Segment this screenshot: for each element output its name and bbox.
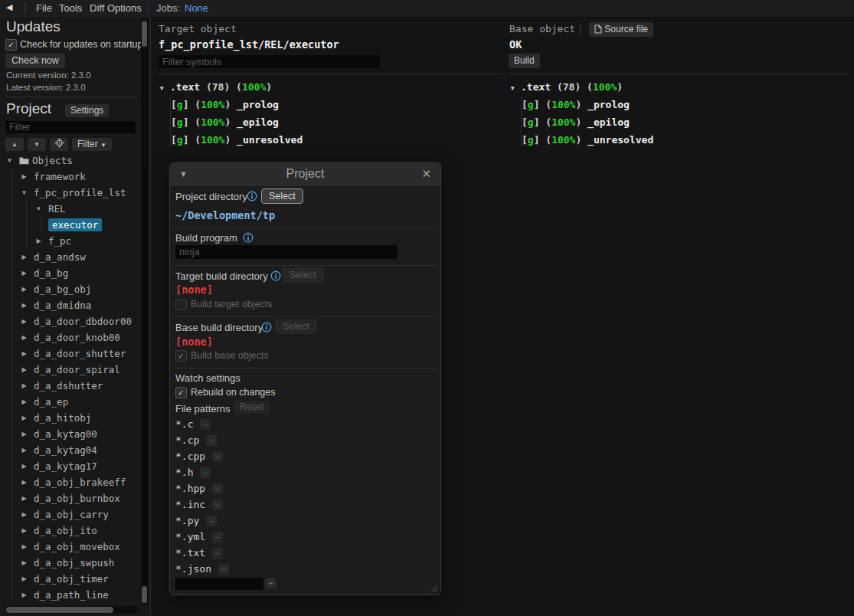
target-build-directory-select-button[interactable]: Select — [282, 267, 324, 283]
chevron-right-icon[interactable]: ▶ — [19, 479, 29, 486]
reset-patterns-button[interactable]: Reset — [234, 401, 269, 414]
remove-pattern-button[interactable]: - — [200, 419, 211, 430]
chevron-right-icon[interactable]: ▶ — [19, 431, 29, 437]
tree-item-d_a_obj_timer[interactable]: ▶d_a_obj_timer — [0, 571, 140, 587]
symbol-row[interactable]: [g] (100%) _unresolved — [509, 131, 846, 149]
chevron-right-icon[interactable]: ▶ — [19, 270, 29, 277]
build-program-input[interactable] — [175, 245, 398, 259]
tree-item-executor[interactable]: executor — [0, 217, 140, 233]
chevron-right-icon[interactable]: ▶ — [19, 527, 29, 534]
tree-item-framework[interactable]: ▶framework — [0, 169, 140, 185]
vertical-scrollbar-thumb[interactable] — [142, 21, 147, 47]
resize-grip[interactable] — [427, 582, 438, 595]
tree-item-d_a_path_line[interactable]: ▶d_a_path_line — [0, 587, 140, 603]
chevron-right-icon[interactable]: ▶ — [19, 543, 29, 550]
tree-item-f_pc_profile_lst[interactable]: ▼f_pc_profile_lst — [0, 185, 140, 201]
symbol-row[interactable]: [g] (100%) _prolog — [509, 96, 846, 113]
tree-item-d_a_obj_movebox[interactable]: ▶d_a_obj_movebox — [0, 539, 140, 555]
chevron-right-icon[interactable]: ▶ — [19, 366, 29, 373]
tree-item-d_a_hitobj[interactable]: ▶d_a_hitobj — [0, 410, 140, 426]
chevron-right-icon[interactable]: ▶ — [19, 447, 29, 454]
chevron-right-icon[interactable]: ▶ — [19, 382, 29, 389]
tree-item-d_a_door_dbdoor00[interactable]: ▶d_a_door_dbdoor00 — [0, 313, 140, 329]
tree-item-d_a_andsw[interactable]: ▶d_a_andsw — [0, 249, 140, 265]
tree-item-d_a_obj_burnbox[interactable]: ▶d_a_obj_burnbox — [0, 490, 140, 506]
tree-item-d_a_dshutter[interactable]: ▶d_a_dshutter — [0, 378, 140, 394]
build-base-objects-checkbox[interactable]: ✓ — [175, 350, 187, 362]
chevron-right-icon[interactable]: ▶ — [19, 511, 29, 518]
back-button[interactable]: ◀ — [6, 2, 12, 12]
tree-item-d_a_door_knob00[interactable]: ▶d_a_door_knob00 — [0, 329, 140, 346]
tree-item-d_a_kytag00[interactable]: ▶d_a_kytag00 — [0, 426, 140, 442]
tree-item-d_a_door_spiral[interactable]: ▶d_a_door_spiral — [0, 362, 140, 378]
tree-item-d_a_ep[interactable]: ▶d_a_ep — [0, 394, 140, 410]
tree-item-d_a_obj_swpush[interactable]: ▶d_a_obj_swpush — [0, 555, 140, 571]
tree-item-f_pc[interactable]: ▶f_pc — [0, 233, 140, 249]
chevron-down-icon[interactable]: ▼ — [34, 205, 44, 212]
tree-item-d_a_obj_brakeeff[interactable]: ▶d_a_obj_brakeeff — [0, 474, 140, 490]
chevron-down-icon[interactable]: ▼ — [19, 189, 29, 196]
remove-pattern-button[interactable]: - — [206, 435, 217, 446]
tree-item-Objects[interactable]: ▼Objects — [0, 152, 140, 169]
chevron-right-icon[interactable]: ▶ — [19, 318, 29, 325]
close-icon[interactable]: ✕ — [421, 167, 431, 181]
chevron-right-icon[interactable]: ▶ — [19, 495, 29, 502]
jobs-none-link[interactable]: None — [185, 2, 208, 14]
symbol-row[interactable]: [g] (100%) _prolog — [159, 96, 496, 113]
check-now-button[interactable]: Check now — [5, 54, 65, 68]
menu-file[interactable]: File — [36, 2, 52, 14]
add-pattern-button[interactable]: + — [265, 578, 276, 589]
symbol-row[interactable]: [g] (100%) _epilog — [509, 113, 846, 131]
base-build-directory-select-button[interactable]: Select — [275, 319, 317, 334]
remove-pattern-button[interactable]: - — [218, 564, 229, 575]
new-pattern-input[interactable] — [175, 578, 263, 590]
chevron-right-icon[interactable]: ▶ — [19, 254, 29, 260]
remove-pattern-button[interactable]: - — [206, 516, 217, 526]
chevron-right-icon[interactable]: ▶ — [34, 238, 44, 244]
remove-pattern-button[interactable]: - — [212, 500, 223, 510]
project-settings-button[interactable]: Settings — [65, 104, 109, 117]
dialog-titlebar[interactable]: ▼ Project ✕ — [170, 163, 440, 186]
tree-item-d_a_dmidna[interactable]: ▶d_a_dmidna — [0, 297, 140, 313]
collapse-all-button[interactable]: ▲ — [5, 138, 24, 151]
tree-item-d_a_bg[interactable]: ▶d_a_bg — [0, 265, 140, 281]
symbol-row[interactable]: [g] (100%) _unresolved — [159, 131, 496, 149]
chevron-right-icon[interactable]: ▶ — [19, 350, 29, 357]
remove-pattern-button[interactable]: - — [212, 532, 223, 542]
vertical-scrollbar-thumb-lower[interactable] — [142, 586, 147, 603]
target-filter-symbols-input[interactable] — [159, 55, 380, 68]
horizontal-scrollbar-thumb[interactable] — [6, 607, 113, 613]
remove-pattern-button[interactable]: - — [212, 548, 223, 559]
chevron-right-icon[interactable]: ▶ — [19, 302, 29, 309]
chevron-right-icon[interactable]: ▶ — [19, 398, 29, 405]
chevron-right-icon[interactable]: ▶ — [19, 334, 29, 341]
source-file-button[interactable]: Source file — [589, 22, 653, 37]
expand-all-button[interactable]: ▼ — [28, 138, 46, 151]
chevron-right-icon[interactable]: ▶ — [19, 591, 29, 598]
rebuild-on-changes-checkbox[interactable]: ✓ — [175, 387, 187, 398]
chevron-down-icon[interactable]: ▼ — [509, 80, 521, 97]
tree-item-d_a_kytag04[interactable]: ▶d_a_kytag04 — [0, 442, 140, 458]
vertical-scrollbar[interactable] — [141, 18, 148, 605]
chevron-right-icon[interactable]: ▶ — [19, 463, 29, 470]
tree-item-d_a_obj_ito[interactable]: ▶d_a_obj_ito — [0, 523, 140, 539]
chevron-down-icon[interactable]: ▼ — [5, 157, 15, 164]
tree-item-d_a_door_shutter[interactable]: ▶d_a_door_shutter — [0, 346, 140, 362]
chevron-right-icon[interactable]: ▶ — [19, 559, 29, 566]
tree-item-REL[interactable]: ▼REL — [0, 201, 140, 217]
chevron-right-icon[interactable]: ▶ — [19, 173, 29, 180]
menu-diff-options[interactable]: Diff Options — [90, 2, 142, 14]
project-directory-select-button[interactable]: Select — [261, 188, 303, 204]
locate-current-button[interactable] — [50, 138, 68, 151]
chevron-right-icon[interactable]: ▶ — [19, 575, 29, 582]
tree-item-d_a_obj_carry[interactable]: ▶d_a_obj_carry — [0, 506, 140, 523]
menu-tools[interactable]: Tools — [59, 2, 82, 14]
symbol-section-row[interactable]: ▼.text (78) (100%) — [159, 78, 496, 96]
build-button[interactable]: Build — [509, 54, 540, 68]
chevron-right-icon[interactable]: ▶ — [19, 286, 29, 293]
tree-item-d_a_kytag17[interactable]: ▶d_a_kytag17 — [0, 458, 140, 474]
symbol-section-row[interactable]: ▼.text (78) (100%) — [509, 78, 846, 96]
chevron-down-icon[interactable]: ▼ — [159, 80, 170, 97]
remove-pattern-button[interactable]: - — [200, 467, 211, 478]
check-updates-checkbox[interactable]: ✓ — [5, 39, 17, 51]
